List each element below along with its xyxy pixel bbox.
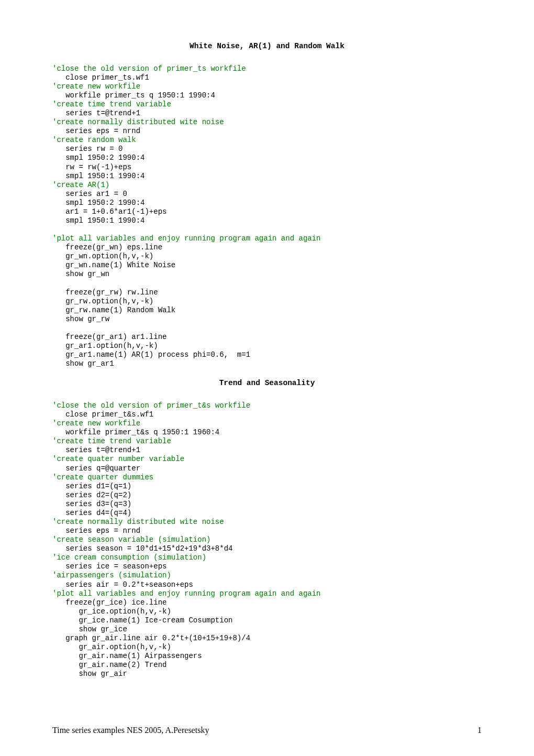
code-block-2: 'close the old version of primer_t&s wor… xyxy=(52,401,482,678)
section-title-2: Trend and Seasonality xyxy=(52,379,482,388)
section-title-1: White Noise, AR(1) and Random Walk xyxy=(52,42,482,51)
page-number: 1 xyxy=(477,726,482,735)
document-page: White Noise, AR(1) and Random Walk 'clos… xyxy=(0,0,534,756)
code-block-1: 'close the old version of primer_ts work… xyxy=(52,64,482,369)
footer-left-text: Time series examples NES 2005, A.Pereset… xyxy=(52,726,209,735)
page-footer: Time series examples NES 2005, A.Pereset… xyxy=(52,726,482,735)
